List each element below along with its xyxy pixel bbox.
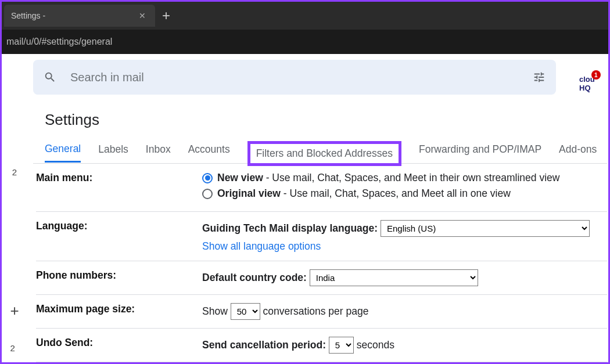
- setting-phone: Phone numbers: Default country code: Ind…: [36, 261, 607, 295]
- page-title: Settings: [45, 111, 607, 129]
- tab-general[interactable]: General: [45, 143, 81, 163]
- undo-label: Undo Send:: [36, 337, 202, 354]
- settings-tabs: General Labels Inbox Accounts Filters an…: [33, 142, 607, 164]
- tab-accounts[interactable]: Accounts: [188, 143, 230, 161]
- language-select[interactable]: English (US): [381, 220, 590, 237]
- browser-tab[interactable]: Settings - ✕: [4, 5, 155, 27]
- conv-per-page-text: conversations per page: [263, 305, 369, 317]
- setting-page-size: Maximum page size: Show 50 conversations…: [36, 295, 607, 329]
- cancel-period-label: Send cancellation period:: [202, 339, 326, 351]
- gutter-plus-icon[interactable]: +: [10, 302, 19, 320]
- content-area: 2 + 2 clou HQ 1 Settings General Labels …: [2, 54, 608, 362]
- gutter-counter: 2: [10, 343, 19, 353]
- url-text: mail/u/0/#settings/general: [6, 37, 112, 47]
- display-lang-label: Guiding Tech Mail display language:: [202, 222, 378, 234]
- radio-icon: [202, 173, 213, 183]
- phone-label: Phone numbers:: [36, 269, 202, 286]
- page-size-label: Maximum page size:: [36, 303, 202, 320]
- show-all-languages-link[interactable]: Show all language options: [202, 240, 607, 253]
- browser-tab-bar: Settings - ✕ +: [2, 2, 608, 30]
- tab-forwarding[interactable]: Forwarding and POP/IMAP: [419, 143, 541, 161]
- cloudhq-badge[interactable]: clou HQ 1: [579, 75, 595, 92]
- search-bar[interactable]: [33, 60, 556, 95]
- tab-title: Settings -: [11, 11, 45, 20]
- radio-new-view[interactable]: New view - Use mail, Chat, Spaces, and M…: [202, 172, 607, 184]
- main-panel: clou HQ 1 Settings General Labels Inbox …: [27, 54, 608, 362]
- country-code-select[interactable]: India: [310, 269, 478, 286]
- address-bar[interactable]: mail/u/0/#settings/general: [2, 30, 608, 54]
- tab-inbox[interactable]: Inbox: [146, 143, 171, 161]
- language-label: Language:: [36, 220, 202, 253]
- notification-badge: 1: [591, 70, 601, 80]
- new-tab-button[interactable]: +: [155, 8, 177, 24]
- cancel-period-select[interactable]: 5: [329, 337, 354, 354]
- tab-filters[interactable]: Filters and Blocked Addresses: [247, 141, 401, 166]
- radio-original-view[interactable]: Original view - Use mail, Chat, Spaces, …: [202, 188, 607, 200]
- setting-undo-send: Undo Send: Send cancellation period: 5 s…: [36, 329, 607, 362]
- close-icon[interactable]: ✕: [137, 11, 148, 20]
- seconds-text: seconds: [357, 339, 394, 351]
- search-icon: [44, 71, 56, 84]
- radio-icon: [202, 189, 213, 199]
- country-code-label: Default country code:: [202, 272, 307, 283]
- hq-label-bot: HQ: [579, 84, 591, 92]
- page-size-select[interactable]: 50: [231, 303, 260, 320]
- left-gutter: 2 + 2: [2, 54, 27, 362]
- setting-main-menu: Main menu: New view - Use mail, Chat, Sp…: [36, 164, 607, 212]
- setting-language: Language: Guiding Tech Mail display lang…: [36, 212, 607, 261]
- tab-labels[interactable]: Labels: [98, 143, 128, 161]
- show-text: Show: [202, 305, 228, 317]
- gutter-counter: 2: [12, 167, 17, 177]
- search-input[interactable]: [70, 71, 533, 84]
- tune-icon[interactable]: [533, 71, 546, 84]
- tab-addons[interactable]: Add-ons: [559, 143, 597, 161]
- main-menu-label: Main menu:: [36, 172, 202, 203]
